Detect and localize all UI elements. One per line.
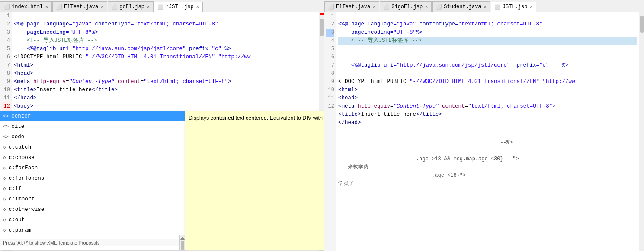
code-line-9: <title>Insert title here</title> <box>14 87 118 93</box>
editor-right: 1 2 3 4 5 6 7 8 9 10 11 12 <%@ page lang… <box>324 12 644 251</box>
ln-11: 11 <box>2 94 10 102</box>
tab-close-r-student[interactable]: ✕ <box>484 4 487 10</box>
autocomplete-list[interactable]: <> center <> cite <> code ◇ c:catch ◇ <box>0 111 185 250</box>
r-ln-9: 9 <box>326 78 334 86</box>
ac-scroll-up-arrow[interactable] <box>180 237 185 240</box>
tab-r-student[interactable]: ⬜ Student.java ✕ <box>432 1 490 12</box>
ac-label-cforeach: c:forEach <box>9 164 38 172</box>
ac-doc-panel: Displays contained text centered. Equiva… <box>185 111 324 250</box>
ac-scrollbar[interactable] <box>179 235 185 250</box>
tab-close-index[interactable]: ✕ <box>45 4 48 10</box>
tab-close-r-eltest[interactable]: ✕ <box>373 4 375 10</box>
ac-icon-ccatch: ◇ <box>3 143 6 152</box>
ac-label-cout: c:out <box>9 216 25 224</box>
tab-bar-right: ⬜ ElTest.java ✕ ⬜ 01goEl.jsp ✕ ⬜ Student… <box>324 1 644 12</box>
ac-label-cfortokens: c:forTokens <box>9 174 45 183</box>
r-code-line-9: <head> <box>338 95 358 101</box>
tab-r-01goel[interactable]: ⬜ 01goEl.jsp ✕ <box>380 1 432 12</box>
code-content-right[interactable]: <%@ page language="java" contentType="te… <box>336 12 639 251</box>
scrollbar-right[interactable] <box>639 12 644 251</box>
tab-label-index: index.html <box>12 4 43 10</box>
r-ln-2: 2 <box>326 20 334 29</box>
ac-item-cout[interactable]: ◇ c:out <box>0 215 185 225</box>
ac-item-center[interactable]: <> center <box>0 111 185 121</box>
ac-item-ccatch[interactable]: ◇ c:catch <box>0 142 185 153</box>
tab-close-r-01goel[interactable]: ✕ <box>425 4 428 10</box>
ln-4: 4 <box>2 37 10 45</box>
editors-container: 1 2 3 4 5 6 7 8 9 10 11 12 13 14 <%@ pag… <box>0 12 644 251</box>
ac-item-cfortokens[interactable]: ◇ c:forTokens <box>0 173 185 184</box>
r-extra-4: 来教学费 <box>338 164 368 170</box>
tab-bar-left: ⬜ index.html ✕ ⬜ ElTest.java ✕ ⬜ goEl.js… <box>0 1 324 12</box>
r-ln-4: 4 <box>326 37 334 45</box>
tab-icon-r-jstl: ⬜ <box>495 4 501 10</box>
tab-eltest-java[interactable]: ⬜ ElTest.java ✕ <box>52 1 107 12</box>
ac-icon-cif: ◇ <box>3 184 6 193</box>
tab-close-jstl[interactable]: ✕ <box>196 4 199 10</box>
ac-label-code: code <box>11 133 24 141</box>
ac-label-cite: cite <box>11 122 24 131</box>
r-code-line-11: <title>Insert title here</title> <box>338 111 442 118</box>
tab-icon-java1: ⬜ <box>56 4 62 10</box>
code-line-10: </head> <box>14 95 37 101</box>
ac-item-cotherwise[interactable]: ◇ c:otherwise <box>0 204 185 215</box>
r-extra-1: --%> <box>338 140 513 146</box>
ac-scroll-thumb[interactable] <box>181 241 184 250</box>
tab-close-eltest[interactable]: ✕ <box>101 4 103 10</box>
ac-icon-cfortokens: ◇ <box>3 174 6 183</box>
ln-2: 2 <box>2 20 10 29</box>
ln-12: 12 <box>2 102 10 111</box>
code-line-3: <!-- 导入JSTL标签库 --> <box>14 38 97 44</box>
code-area-right[interactable]: 1 2 3 4 5 6 7 8 9 10 11 12 <%@ page lang… <box>324 12 644 251</box>
ac-icon-cimport: ◇ <box>3 195 6 203</box>
r-ln-5: 5 <box>326 45 334 53</box>
ac-item-cimport[interactable]: ◇ c:import <box>0 194 185 204</box>
code-line-6: <html> <box>14 62 33 68</box>
ac-label-cparam: c:param <box>9 226 32 235</box>
ac-icon-cout: ◇ <box>3 216 6 224</box>
tab-label-goel: goEl.jsp <box>119 4 144 10</box>
r-extra-5: .age <18}"> <box>338 172 466 178</box>
r-code-line-1: <%@ page language="java" contentType="te… <box>338 21 543 27</box>
r-code-line-3: <!-- 导入JSTL标签库 --> <box>338 37 637 45</box>
tab-icon-jstl: ⬜ <box>158 4 164 10</box>
ac-item-cchoose[interactable]: ◇ c:choose <box>0 153 185 163</box>
tab-jstl-jsp[interactable]: ⬜ *JSTL.jsp ✕ <box>154 2 203 12</box>
tab-label-r-eltest: ElTest.java <box>336 4 370 10</box>
r-code-line-8: <html> <box>338 87 358 93</box>
ln-6: 6 <box>2 53 10 61</box>
ac-item-cparam[interactable]: ◇ c:param <box>0 225 185 235</box>
tab-icon-html: ⬜ <box>4 4 10 10</box>
ac-item-cif[interactable]: ◇ c:if <box>0 184 185 194</box>
tab-close-r-jstl[interactable]: ✕ <box>530 4 532 10</box>
tab-bar: ⬜ index.html ✕ ⬜ ElTest.java ✕ ⬜ goEl.js… <box>0 0 644 12</box>
r-code-line-2: pageEncoding="UTF-8"%> <box>338 29 423 35</box>
r-ln-1: 1 <box>326 12 334 20</box>
r-code-line-12: </head> <box>338 120 361 126</box>
ln-8: 8 <box>2 70 10 78</box>
ln-1: 1 <box>2 12 10 20</box>
tab-label-r-student: Student.java <box>444 4 481 10</box>
ac-icon-center: <> <box>3 112 9 121</box>
autocomplete-container: <> center <> cite <> code ◇ c:catch ◇ <box>0 111 324 250</box>
ac-icon-cotherwise: ◇ <box>3 205 6 214</box>
tab-index-html[interactable]: ⬜ index.html ✕ <box>0 1 52 12</box>
ac-icon-cforeach: ◇ <box>3 164 6 172</box>
tab-close-goel[interactable]: ✕ <box>147 4 150 10</box>
tab-goel-jsp[interactable]: ⬜ goEl.jsp ✕ <box>108 1 154 12</box>
ac-item-cite[interactable]: <> cite <box>0 121 185 132</box>
r-ln-8: 8 <box>326 70 334 78</box>
tab-icon-goel: ⬜ <box>112 4 118 10</box>
ac-icon-cparam: ◇ <box>3 226 6 235</box>
ac-item-cforeach[interactable]: ◇ c:forEach <box>0 163 185 173</box>
scrollbar-thumb-right[interactable] <box>640 16 644 33</box>
tab-icon-r-student: ⬜ <box>436 4 442 10</box>
code-line-2: pageEncoding="UTF-8"%> <box>14 29 98 35</box>
scrollbar-thumb-left[interactable] <box>320 19 324 36</box>
r-ln-12: 12 <box>326 102 334 111</box>
tab-label-r-01goel: 01goEl.jsp <box>391 4 423 10</box>
r-code-extra: --%> .age >18 && msg.map.age <30} "> 来教学… <box>338 130 637 188</box>
ac-item-code[interactable]: <> code <box>0 132 185 142</box>
tab-r-eltest[interactable]: ⬜ ElTest.java ✕ <box>324 1 379 12</box>
tab-r-jstl[interactable]: ⬜ JSTL.jsp ✕ <box>491 2 537 12</box>
